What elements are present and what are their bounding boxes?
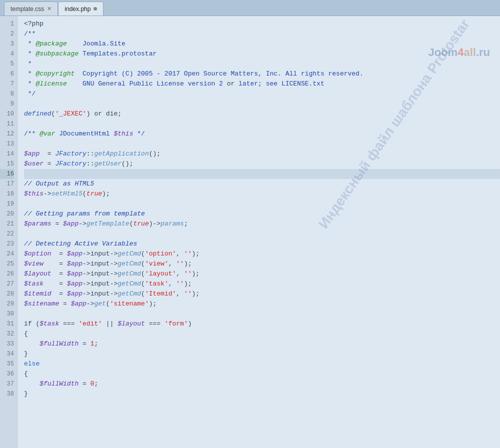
line-number: 14 xyxy=(0,149,14,159)
code-line: $itemid = $app->input->getCmd('Itemid', … xyxy=(24,289,500,299)
code-line xyxy=(24,309,500,319)
line-number: 28 xyxy=(0,289,14,299)
line-number: 35 xyxy=(0,359,14,369)
line-number: 1 xyxy=(0,19,14,29)
code-line: /** xyxy=(24,29,500,39)
line-number: 20 xyxy=(0,209,14,219)
code-line: { xyxy=(24,329,500,339)
code-line xyxy=(24,199,500,209)
code-line: * @license GNU General Public License ve… xyxy=(24,79,500,89)
code-line: // Getting params from template xyxy=(24,209,500,219)
code-line: // Detecting Active Variables xyxy=(24,239,500,249)
code-line xyxy=(24,99,500,109)
code-line: $this->setHtml5(true); xyxy=(24,189,500,199)
line-number: 5 xyxy=(0,59,14,69)
line-number: 7 xyxy=(0,79,14,89)
line-number: 12 xyxy=(0,129,14,139)
line-number: 33 xyxy=(0,339,14,349)
line-numbers: 1 2 3 4 5 6 7 8 9 10 11 12 13 14 15 16 1… xyxy=(0,16,18,448)
tab-template-css[interactable]: template.css ✕ xyxy=(4,2,58,16)
code-line: $layout = $app->input->getCmd('layout', … xyxy=(24,269,500,279)
code-line: // Output as HTML5 xyxy=(24,179,500,189)
code-line: if ($task === 'edit' || $layout === 'for… xyxy=(24,319,500,329)
line-number: 18 xyxy=(0,189,14,199)
code-line: else xyxy=(24,359,500,369)
code-line: <?php xyxy=(24,19,500,29)
line-number: 24 xyxy=(0,249,14,259)
line-number: 8 xyxy=(0,89,14,99)
code-line xyxy=(24,139,500,149)
line-number: 30 xyxy=(0,309,14,319)
code-line: $user = JFactory::getUser(); xyxy=(24,159,500,169)
code-line: $app = JFactory::getApplication(); xyxy=(24,149,500,159)
line-number: 17 xyxy=(0,179,14,189)
code-line: } xyxy=(24,389,500,399)
code-line xyxy=(24,229,500,239)
line-number: 32 xyxy=(0,329,14,339)
line-number: 16 xyxy=(0,169,14,179)
code-line: $option = $app->input->getCmd('option', … xyxy=(24,249,500,259)
code-line xyxy=(24,169,500,179)
code-line xyxy=(24,119,500,129)
tab-label: template.css xyxy=(10,6,44,12)
line-number: 34 xyxy=(0,349,14,359)
line-number: 6 xyxy=(0,69,14,79)
code-line: * xyxy=(24,59,500,69)
line-number: 4 xyxy=(0,49,14,59)
line-number: 21 xyxy=(0,219,14,229)
code-line: $params = $app->getTemplate(true)->param… xyxy=(24,219,500,229)
code-line: */ xyxy=(24,89,500,99)
line-number: 3 xyxy=(0,39,14,49)
line-number: 31 xyxy=(0,319,14,329)
line-number: 27 xyxy=(0,279,14,289)
tab-bar: template.css ✕ index.php xyxy=(0,0,500,16)
line-number: 2 xyxy=(0,29,14,39)
line-number: 38 xyxy=(0,389,14,399)
code-line: $fullWidth = 1; xyxy=(24,339,500,349)
line-number: 26 xyxy=(0,269,14,279)
line-number: 22 xyxy=(0,229,14,239)
line-number: 13 xyxy=(0,139,14,149)
line-number: 10 xyxy=(0,109,14,119)
line-number: 23 xyxy=(0,239,14,249)
line-number: 29 xyxy=(0,299,14,309)
editor: 1 2 3 4 5 6 7 8 9 10 11 12 13 14 15 16 1… xyxy=(0,16,500,448)
tab-index-php[interactable]: index.php xyxy=(58,2,104,16)
code-line: * @copyright Copyright (C) 2005 - 2017 O… xyxy=(24,69,500,79)
code-line: * @subpackage Templates.protostar xyxy=(24,49,500,59)
line-number: 25 xyxy=(0,259,14,269)
code-line: $fullWidth = 0; xyxy=(24,379,500,389)
line-number: 36 xyxy=(0,369,14,379)
line-number: 15 xyxy=(0,159,14,169)
line-number: 37 xyxy=(0,379,14,389)
line-number: 19 xyxy=(0,199,14,209)
code-line: } xyxy=(24,349,500,359)
code-line: $sitename = $app->get('sitename'); xyxy=(24,299,500,309)
code-line: $view = $app->input->getCmd('view', ''); xyxy=(24,259,500,269)
unsaved-dot xyxy=(94,7,97,10)
code-line: /** @var JDocumentHtml $this */ xyxy=(24,129,500,139)
code-line: defined('_JEXEC') or die; xyxy=(24,109,500,119)
line-number: 9 xyxy=(0,99,14,109)
tab-label: index.php xyxy=(64,6,90,12)
code-content[interactable]: <?php /** * @package Joomla.Site * @subp… xyxy=(18,16,500,448)
close-icon[interactable]: ✕ xyxy=(47,6,52,12)
line-number: 11 xyxy=(0,119,14,129)
code-line: { xyxy=(24,369,500,379)
code-line: * @package Joomla.Site xyxy=(24,39,500,49)
code-line: $task = $app->input->getCmd('task', ''); xyxy=(24,279,500,289)
